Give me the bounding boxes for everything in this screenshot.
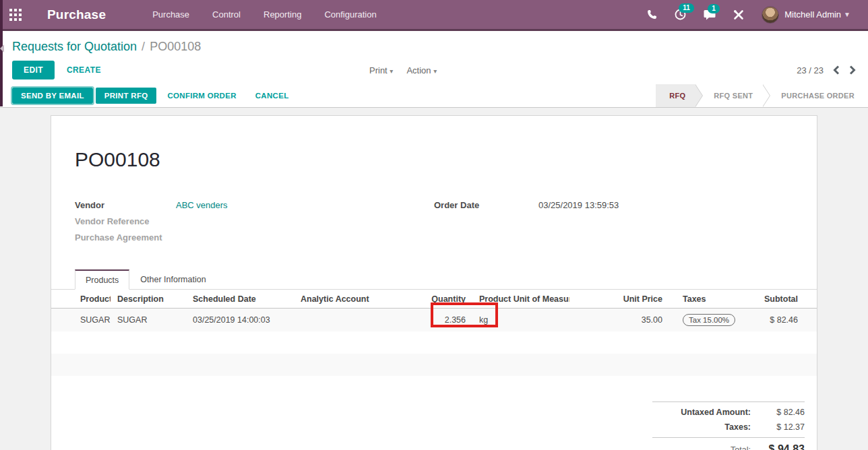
breadcrumb-separator: / [142,40,145,54]
create-button[interactable]: CREATE [59,61,109,79]
field-group-left: Vendor ABC venders Vendor Reference Purc… [75,197,434,245]
notebook-tabs: Products Other Information [51,269,817,290]
col-subtotal[interactable]: Subtotal [749,290,817,309]
page-title: PO00108 [75,148,817,171]
panel-collapse-marker [0,44,4,53]
chevron-down-icon: ▼ [844,11,850,18]
col-analytic-account[interactable]: Analytic Account [294,290,410,309]
breadcrumb-current: PO00108 [150,40,201,54]
cell-taxes[interactable]: Tax 15.00% [669,309,749,332]
col-product[interactable]: Product [51,290,111,309]
breadcrumb: Requests for Quotation / PO00108 [12,37,868,56]
vendor-label: Vendor [75,200,176,210]
user-avatar [762,6,779,24]
edit-button[interactable]: EDIT [12,61,55,79]
messages-button[interactable]: 1 [697,5,722,24]
cell-description[interactable]: SUGAR [111,309,186,332]
pager-next-button[interactable] [849,65,856,75]
chevron-down-icon: ▾ [433,67,437,75]
app-menu: Purchase Control Reporting Configuration [144,5,385,24]
menu-reporting[interactable]: Reporting [255,5,310,24]
send-by-email-button[interactable]: SEND BY EMAIL [12,88,93,104]
action-dropdown[interactable]: Action ▾ [406,65,437,75]
tab-products[interactable]: Products [75,269,129,290]
chevron-left-icon [833,65,840,75]
order-lines-table: Product Description Scheduled Date Analy… [51,290,817,376]
app-title: Purchase [47,7,106,22]
field-group-right: Order Date 03/25/2019 13:59:53 [434,197,793,245]
pager-previous-button[interactable] [833,65,840,75]
tools-icon [733,9,744,20]
statusbar-buttons: SEND BY EMAIL PRINT RFQ CONFIRM ORDER CA… [0,84,297,107]
cell-uom[interactable]: kg [472,309,569,332]
col-unit-price[interactable]: Unit Price [569,290,669,309]
order-date-value: 03/25/2019 13:59:53 [538,200,619,210]
action-dropdowns: Print ▾ Action ▾ [369,65,437,75]
top-navbar: Purchase Purchase Control Reporting Conf… [0,0,868,31]
col-taxes[interactable]: Taxes [669,290,749,309]
state-rfq[interactable]: RFQ [656,84,695,107]
total-value: $ 94.83 [751,443,805,450]
untaxed-amount-label: Untaxed Amount: [652,408,751,417]
untaxed-amount-value: $ 82.46 [751,408,805,417]
menu-control[interactable]: Control [204,5,249,24]
col-uom[interactable]: Product Unit of Measure [472,290,569,309]
control-panel-actions: EDIT CREATE Print ▾ Action ▾ 23 / 23 [12,56,868,84]
purchase-agreement-label: Purchase Agreement [75,232,176,243]
total-label: Total: [652,445,751,450]
empty-row [51,331,817,354]
vendor-reference-label: Vendor Reference [75,216,176,226]
activities-button[interactable]: 11 [668,5,693,24]
cell-analytic-account[interactable] [294,309,410,332]
apps-grid-icon [9,9,22,21]
cell-unit-price[interactable]: 35.00 [569,309,669,332]
cell-quantity[interactable]: 2.356 [410,309,472,332]
navbar-systray: 11 1 Mitchell Admin ▼ [640,2,857,28]
status-pipeline: RFQ RFQ SENT PURCHASE ORDER [656,84,868,107]
chevron-right-icon [849,65,856,75]
pager-value: 23 / 23 [797,65,824,75]
phone-icon [647,9,657,20]
menu-purchase[interactable]: Purchase [144,5,198,24]
apps-menu-button[interactable] [0,0,31,29]
user-menu[interactable]: Mitchell Admin ▼ [755,2,857,28]
col-description[interactable]: Description [111,290,186,309]
totals-block: Untaxed Amount: $ 82.46 Taxes: $ 12.37 T… [652,401,805,450]
activity-count-badge: 11 [679,3,694,13]
control-panel: Requests for Quotation / PO00108 EDIT CR… [0,31,868,84]
cell-scheduled-date[interactable]: 03/25/2019 14:00:03 [186,309,294,332]
message-count-badge: 1 [708,4,720,13]
phone-button[interactable] [640,5,664,24]
empty-row [51,354,817,376]
cell-product[interactable]: SUGAR [51,309,111,332]
state-purchase-order[interactable]: PURCHASE ORDER [763,84,868,107]
breadcrumb-parent-link[interactable]: Requests for Quotation [12,40,137,54]
print-rfq-button[interactable]: PRINT RFQ [96,88,157,104]
col-scheduled-date[interactable]: Scheduled Date [186,290,294,309]
left-edge-strip [0,0,3,106]
tools-button[interactable] [726,5,751,24]
col-quantity[interactable]: Quantity [410,290,472,309]
tab-other-information[interactable]: Other Information [129,269,216,290]
cancel-button[interactable]: CANCEL [247,88,297,104]
vendor-link[interactable]: ABC venders [176,200,228,210]
print-dropdown[interactable]: Print ▾ [369,65,393,75]
form-view-content: PO00108 Vendor ABC venders Vendor Refere… [0,115,868,450]
field-groups: Vendor ABC venders Vendor Reference Purc… [75,197,793,245]
table-row[interactable]: SUGAR SUGAR 03/25/2019 14:00:03 2.356 kg… [51,309,817,332]
taxes-label: Taxes: [652,422,751,432]
document-sheet: PO00108 Vendor ABC venders Vendor Refere… [51,115,817,450]
tax-badge: Tax 15.00% [683,314,735,326]
confirm-order-button[interactable]: CONFIRM ORDER [159,88,244,104]
chevron-down-icon: ▾ [390,67,393,75]
taxes-value: $ 12.37 [751,422,805,432]
cell-subtotal[interactable]: $ 82.46 [749,309,817,332]
statusbar: SEND BY EMAIL PRINT RFQ CONFIRM ORDER CA… [0,84,868,108]
table-header-row: Product Description Scheduled Date Analy… [51,290,817,309]
state-rfq-sent[interactable]: RFQ SENT [695,84,763,107]
menu-configuration[interactable]: Configuration [315,5,385,24]
order-date-label: Order Date [434,200,538,210]
totals-divider [652,401,805,402]
user-name: Mitchell Admin [784,9,841,20]
totals-divider [652,437,805,438]
